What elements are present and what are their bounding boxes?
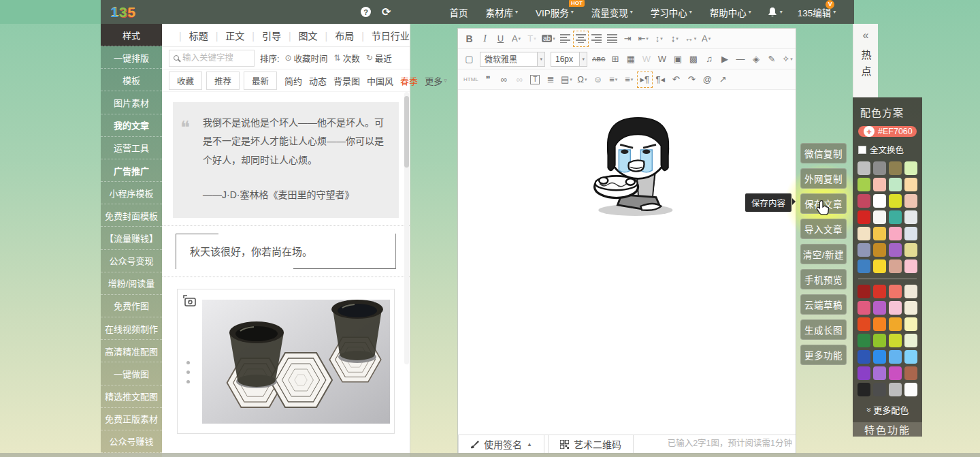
color-swatch[interactable] — [858, 366, 870, 380]
font-size-select[interactable]: 16px ▾ — [551, 52, 587, 67]
unlink-icon[interactable]: ∞ — [512, 72, 527, 88]
eraser-icon[interactable]: ◈ — [749, 51, 764, 67]
font-family-select[interactable]: 微软雅黑 ▾ — [480, 52, 545, 67]
action-button[interactable]: 生成长图 — [800, 319, 847, 340]
sort-option[interactable]: ⊙ 收藏时间 — [284, 52, 327, 65]
help-icon[interactable]: ? — [361, 7, 371, 17]
search-box[interactable] — [169, 50, 255, 67]
editor-canvas[interactable] — [458, 90, 796, 435]
sidebar-item[interactable]: 公众号变现 — [101, 250, 162, 272]
library-tab[interactable]: 节日行业 — [354, 29, 410, 42]
search-input[interactable] — [182, 53, 244, 63]
sidebar-item[interactable]: 广告推广 — [101, 159, 162, 182]
insert-music-icon[interactable]: ♫ — [702, 51, 717, 67]
library-tab[interactable]: 标题 — [172, 29, 208, 42]
color-swatch[interactable] — [873, 383, 886, 396]
sidebar-item[interactable]: 一键做图 — [101, 362, 162, 385]
undo-icon[interactable]: ↶ — [668, 72, 684, 88]
sort-option[interactable]: ↻ 最近 — [366, 52, 392, 65]
blockquote-icon[interactable]: ❞ — [480, 72, 496, 88]
nav-menu-item[interactable]: 帮助中心 ▾ — [710, 5, 751, 19]
filter-button[interactable]: 推荐 — [206, 72, 240, 90]
color-swatch[interactable] — [858, 259, 870, 273]
sidebar-item[interactable]: 【流量赚钱】 — [101, 227, 162, 249]
quote-style-card[interactable]: ❝ 我倒不是说他是个坏人——他不是坏人。可是不一定是坏人才能让人心烦——你可以是… — [173, 102, 399, 218]
new-document-icon[interactable]: ▢ — [461, 51, 477, 67]
template-doc-icon[interactable]: ▤ ▾ — [559, 72, 574, 88]
letter-spacing-icon[interactable]: ↔ ▾ — [683, 31, 699, 47]
action-button[interactable]: 云端草稿 — [800, 294, 847, 315]
outdent-icon[interactable]: ⇤ ▾ — [636, 31, 651, 47]
sidebar-item[interactable]: 高清精准配图 — [101, 340, 162, 362]
nav-menu-item[interactable]: 首页 — [449, 5, 468, 19]
mention-icon[interactable]: @ — [700, 72, 715, 88]
framed-text-card[interactable]: 秋天该很好，你若尚在场。 — [176, 234, 396, 269]
insert-video-icon[interactable]: ▶ — [717, 51, 733, 67]
checkbox-icon[interactable] — [858, 146, 866, 154]
color-swatch[interactable] — [873, 227, 886, 240]
sidebar-item[interactable]: 在线视频制作 — [101, 317, 162, 340]
sidebar-item[interactable]: 图片素材 — [101, 91, 162, 114]
color-swatch[interactable] — [889, 194, 902, 208]
add-color-icon[interactable]: + — [864, 126, 875, 137]
image-style-card[interactable] — [177, 289, 395, 434]
sidebar-item[interactable]: 精选推文配图 — [101, 385, 162, 408]
color-swatch[interactable] — [873, 178, 886, 191]
color-swatch[interactable] — [873, 366, 886, 380]
library-tab[interactable]: 图文 — [281, 29, 318, 42]
sidebar-item[interactable]: 一键排版 — [101, 46, 162, 69]
color-swatch[interactable] — [904, 259, 917, 273]
filter-button[interactable]: 收藏 — [169, 72, 202, 90]
color-swatch[interactable] — [873, 210, 886, 224]
hotspot-tab[interactable]: 热点 — [859, 50, 873, 82]
action-button[interactable]: 清空/新建 — [800, 244, 847, 264]
color-swatch[interactable] — [858, 350, 870, 364]
scrollbar[interactable] — [404, 92, 409, 364]
sidebar-item[interactable]: 模板 — [101, 69, 162, 91]
filter-link[interactable]: 简约 — [284, 74, 302, 87]
color-swatch[interactable] — [889, 161, 902, 175]
color-swatch[interactable] — [858, 243, 870, 257]
format-brush-icon[interactable]: ✎ — [764, 51, 780, 67]
sidebar-item[interactable]: 免费正版素材 — [101, 408, 162, 430]
full-text-recolor-toggle[interactable]: 全文换色 — [858, 143, 917, 156]
filter-link[interactable]: 中国风 — [367, 74, 393, 87]
filter-button[interactable]: 最新 — [244, 72, 277, 90]
more-colors-button[interactable]: « 更多配色 — [857, 403, 918, 416]
action-button[interactable]: 外网复制 — [800, 168, 847, 189]
color-swatch[interactable] — [889, 334, 902, 347]
notification-bell[interactable]: ▾ — [768, 7, 783, 17]
emoji-icon[interactable]: ☺ — [590, 72, 606, 88]
nav-menu-item[interactable]: 素材库 ▾ — [485, 5, 518, 19]
color-swatch[interactable] — [889, 317, 902, 331]
link-icon[interactable]: ∞ — [496, 72, 512, 88]
refresh-icon[interactable]: ⟳ — [382, 5, 391, 18]
color-swatch[interactable] — [858, 161, 870, 175]
sort-option[interactable]: ⇅ 次数 — [334, 52, 360, 65]
one-key-style-icon[interactable]: ✧ ▾ — [780, 51, 796, 67]
color-swatch[interactable] — [904, 178, 917, 191]
color-swatch[interactable] — [873, 161, 886, 175]
color-swatch[interactable] — [889, 366, 902, 380]
filter-link[interactable]: 背景图 — [333, 74, 360, 87]
color-swatch[interactable] — [904, 317, 917, 331]
image-layout-icon[interactable]: ▦ — [623, 51, 639, 67]
color-swatch[interactable] — [873, 243, 886, 257]
multi-image-icon[interactable]: ▩ — [686, 51, 702, 67]
sidebar-item[interactable]: 我的文章 — [101, 114, 162, 137]
sidebar-item[interactable]: 样式 — [101, 24, 162, 46]
color-swatch[interactable] — [904, 334, 917, 347]
color-swatch[interactable] — [889, 383, 902, 396]
color-swatch[interactable] — [858, 178, 870, 191]
action-button[interactable]: 导入文章 — [800, 219, 847, 239]
sidebar-item[interactable]: 小程序模板 — [101, 182, 162, 204]
color-swatch[interactable] — [873, 334, 886, 347]
scrollbar-thumb[interactable] — [404, 96, 409, 168]
sidebar-item[interactable]: 免费作图 — [101, 295, 162, 317]
color-swatch[interactable] — [858, 301, 870, 315]
paragraph-spacing-icon[interactable]: ↨ ▾ — [667, 31, 683, 47]
text-block-icon[interactable]: T — [527, 72, 543, 88]
table-icon[interactable]: ⊞ — [608, 51, 623, 67]
action-button[interactable]: 更多功能 — [800, 345, 847, 365]
unordered-list-icon[interactable]: ≡ ▾ — [621, 72, 637, 88]
